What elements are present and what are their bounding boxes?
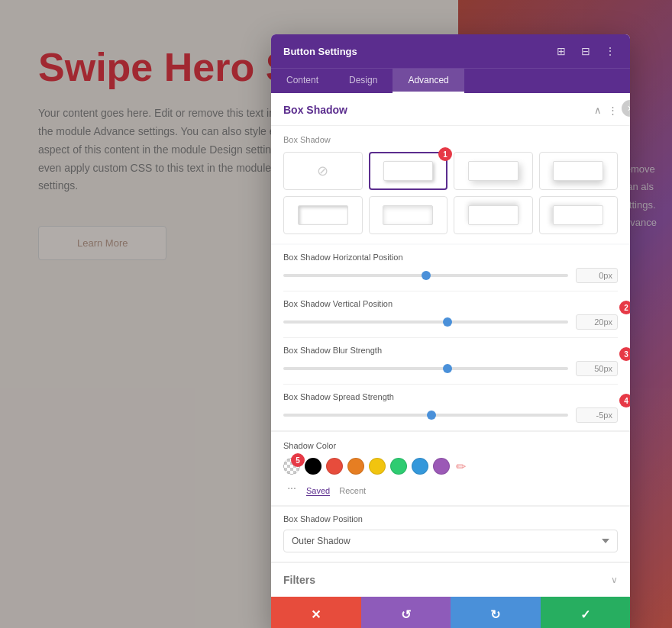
vertical-position-value: 20px bbox=[576, 314, 618, 330]
slider-blur: Box Shadow Blur Strength 50px 3 bbox=[283, 338, 618, 385]
badge-2: 2 bbox=[619, 301, 630, 314]
slider-spread: Box Shadow Spread Strength -5px 4 bbox=[283, 385, 618, 430]
filters-title: Filters bbox=[283, 574, 315, 586]
slider-horizontal: Box Shadow Horizontal Position 0px bbox=[283, 245, 618, 291]
slider-spread-control: -5px bbox=[283, 407, 618, 423]
panel-body: Box Shadow ∧ ⋮ Box Shadow ⊘ 1 bbox=[271, 93, 630, 597]
section-more-icon[interactable]: ⋮ bbox=[608, 105, 618, 116]
slider-horizontal-label: Box Shadow Horizontal Position bbox=[283, 253, 618, 262]
presets-container: Box Shadow ⊘ 1 bbox=[271, 126, 630, 243]
preset-shadow-4-inner bbox=[298, 205, 348, 225]
color-swatch-green[interactable] bbox=[390, 458, 407, 475]
preset-shadow-1[interactable]: 1 bbox=[369, 152, 448, 190]
blur-strength-slider[interactable] bbox=[283, 367, 568, 370]
box-shadow-position-section: Box Shadow Position Outer Shadow Inner S… bbox=[271, 505, 630, 562]
button-settings-panel: Button Settings ⊞ ⊟ ⋮ Content Design Adv… bbox=[271, 34, 630, 628]
box-shadow-section-header: Box Shadow ∧ ⋮ bbox=[271, 93, 630, 126]
color-tab-saved[interactable]: Saved bbox=[306, 486, 330, 496]
header-icons: ⊞ ⊟ ⋮ bbox=[554, 43, 618, 59]
preset-none[interactable]: ⊘ bbox=[283, 152, 363, 190]
horizontal-position-value: 0px bbox=[576, 268, 618, 283]
color-swatches-row: 5 ✏ bbox=[283, 458, 618, 475]
preset-shadow-3-inner bbox=[553, 161, 603, 181]
shadow-color-section: Shadow Color 5 ✏ ··· Sav bbox=[271, 430, 630, 505]
panel-footer: ✕ ↺ ↻ ✓ bbox=[271, 597, 630, 628]
color-swatch-blue[interactable] bbox=[412, 458, 428, 475]
badge-3: 3 bbox=[619, 347, 630, 361]
color-swatch-black[interactable] bbox=[305, 458, 321, 475]
vertical-position-slider[interactable] bbox=[283, 320, 568, 324]
preset-shadow-5[interactable] bbox=[369, 196, 448, 234]
preset-shadow-4[interactable] bbox=[283, 196, 363, 234]
panel-title: Button Settings bbox=[283, 46, 357, 57]
blur-strength-value: 50px bbox=[576, 361, 618, 376]
presets-label: Box Shadow bbox=[283, 135, 618, 144]
filters-chevron-icon: ∨ bbox=[611, 575, 618, 585]
panel-tabs: Content Design Advanced bbox=[271, 68, 630, 93]
shadow-color-label: Shadow Color bbox=[283, 441, 618, 450]
badge-4: 4 bbox=[619, 394, 630, 407]
preset-shadow-6[interactable] bbox=[454, 196, 533, 234]
preset-shadow-2-inner bbox=[468, 161, 519, 181]
sliders-section: Box Shadow Horizontal Position 0px Box S… bbox=[271, 245, 630, 430]
tab-advanced[interactable]: Advanced bbox=[393, 69, 464, 93]
color-tabs: Saved Recent bbox=[306, 486, 366, 496]
badge-5: 5 bbox=[291, 453, 305, 467]
tab-content[interactable]: Content bbox=[271, 69, 334, 93]
slider-blur-label: Box Shadow Blur Strength bbox=[283, 346, 618, 355]
confirm-button[interactable]: ✓ bbox=[541, 597, 631, 628]
position-select[interactable]: Outer Shadow Inner Shadow bbox=[283, 530, 618, 552]
slider-horizontal-control: 0px bbox=[283, 268, 618, 283]
redo-button[interactable]: ↻ bbox=[451, 597, 541, 628]
more-swatches-button[interactable]: ··· bbox=[283, 479, 300, 496]
preset-shadow-1-inner bbox=[383, 161, 433, 180]
box-shadow-title: Box Shadow bbox=[283, 104, 347, 116]
presets-grid: ⊘ 1 bbox=[283, 152, 618, 234]
color-pencil-icon[interactable]: ✏ bbox=[456, 459, 466, 474]
color-footer-row: ··· Saved Recent bbox=[283, 479, 618, 496]
preset-shadow-6-inner bbox=[468, 205, 519, 225]
cancel-button[interactable]: ✕ bbox=[271, 597, 361, 628]
slider-spread-label: Box Shadow Spread Strength bbox=[283, 392, 618, 401]
more-options-icon[interactable]: ⋮ bbox=[603, 43, 618, 59]
preset-shadow-2[interactable] bbox=[454, 152, 533, 190]
preset-shadow-3[interactable] bbox=[539, 152, 619, 190]
position-label: Box Shadow Position bbox=[283, 514, 618, 523]
color-swatch-orange[interactable] bbox=[347, 458, 364, 475]
spread-strength-slider[interactable] bbox=[283, 414, 568, 417]
slider-vertical-control: 20px bbox=[283, 314, 618, 330]
fullscreen-icon[interactable]: ⊞ bbox=[554, 43, 569, 59]
columns-icon[interactable]: ⊟ bbox=[578, 43, 593, 59]
section-icons: ∧ ⋮ bbox=[594, 105, 618, 116]
color-swatch-transparent-wrap: 5 bbox=[283, 458, 300, 475]
preset-shadow-5-inner bbox=[383, 205, 433, 225]
preset-shadow-7[interactable] bbox=[539, 196, 619, 234]
filters-header[interactable]: Filters ∨ bbox=[271, 563, 630, 597]
slider-vertical-label: Box Shadow Vertical Position bbox=[283, 299, 618, 308]
badge-1: 1 bbox=[438, 147, 452, 161]
reset-button[interactable]: ↺ bbox=[361, 597, 451, 628]
no-shadow-icon: ⊘ bbox=[317, 163, 328, 179]
panel-header: Button Settings ⊞ ⊟ ⋮ bbox=[271, 34, 630, 68]
slider-blur-control: 50px bbox=[283, 361, 618, 376]
color-swatch-purple[interactable] bbox=[433, 458, 450, 475]
tab-design[interactable]: Design bbox=[334, 69, 393, 93]
filters-section: Filters ∨ bbox=[271, 562, 630, 597]
color-tab-recent[interactable]: Recent bbox=[339, 486, 366, 496]
slider-vertical: Box Shadow Vertical Position 20px 2 bbox=[283, 291, 618, 338]
spread-strength-value: -5px bbox=[576, 407, 618, 423]
horizontal-position-slider[interactable] bbox=[283, 274, 568, 277]
preset-shadow-7-inner bbox=[553, 205, 603, 225]
color-swatch-red[interactable] bbox=[326, 458, 343, 475]
color-swatch-yellow[interactable] bbox=[369, 458, 386, 475]
collapse-icon[interactable]: ∧ bbox=[594, 105, 602, 116]
